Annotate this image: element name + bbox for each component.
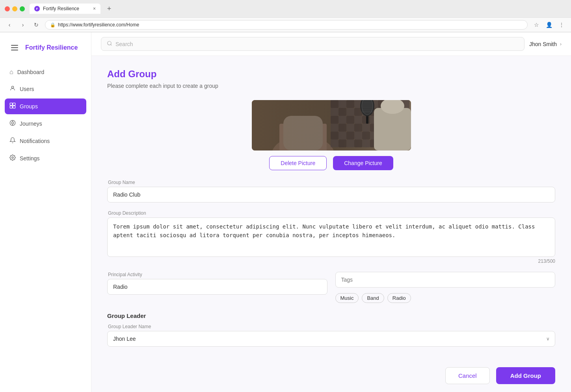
sidebar-item-label-users: Users (20, 86, 34, 92)
forward-button[interactable]: › (18, 20, 28, 30)
sidebar: Fortify Resilience ⌂ Dashboard Users Gro… (0, 32, 91, 392)
maximize-button[interactable] (20, 6, 25, 11)
main-content: Search Jhon Smith › Add Group Please com… (91, 32, 571, 392)
char-count: 213/500 (107, 258, 555, 264)
add-group-button[interactable]: Add Group (496, 367, 555, 384)
group-name-input[interactable] (107, 187, 555, 203)
svg-rect-28 (339, 108, 346, 116)
group-leader-section: Group Leader Group Leader Name Jhon Lee … (107, 312, 555, 347)
tags-input[interactable] (335, 272, 556, 288)
tag-band[interactable]: Band (362, 293, 384, 303)
group-name-field: Group Name (107, 180, 555, 203)
new-tab-button[interactable]: + (104, 3, 115, 14)
refresh-button[interactable]: ↻ (32, 20, 41, 30)
svg-rect-57 (331, 132, 339, 139)
group-description-label: Group Description (107, 210, 555, 216)
svg-rect-40 (354, 116, 362, 124)
search-box[interactable]: Search (101, 37, 525, 51)
select-wrapper: Jhon Lee ∨ (107, 331, 555, 347)
svg-rect-29 (346, 108, 354, 116)
svg-point-0 (11, 86, 13, 88)
user-name: Jhon Smith (529, 41, 557, 47)
delete-picture-button[interactable]: Delete Picture (269, 156, 327, 170)
address-url: https://www.fortifyresilience.com/Home (58, 22, 139, 28)
sidebar-item-settings[interactable]: Settings (5, 150, 86, 166)
svg-point-10 (108, 41, 111, 45)
menu-icon[interactable]: ⋮ (557, 20, 566, 30)
tag-radio[interactable]: Radio (387, 293, 411, 303)
close-button[interactable] (5, 6, 10, 11)
svg-rect-38 (339, 116, 346, 124)
logo-text: Fortify Resilience (25, 44, 78, 51)
groups-icon (9, 102, 16, 110)
sidebar-item-dashboard[interactable]: ⌂ Dashboard (5, 65, 86, 80)
search-placeholder: Search (115, 41, 133, 47)
user-badge[interactable]: Jhon Smith › (529, 41, 562, 47)
settings-icon (9, 154, 16, 162)
tab-favicon: F (34, 6, 40, 11)
page-content: Add Group Please complete each input to … (91, 56, 571, 392)
image-section: Delete Picture Change Picture (107, 100, 555, 170)
tab-close-icon[interactable]: × (93, 6, 96, 11)
svg-rect-68 (339, 139, 346, 147)
svg-rect-71 (362, 139, 370, 147)
svg-point-79 (362, 100, 373, 115)
top-bar: Search Jhon Smith › (91, 32, 571, 56)
group-name-label: Group Name (107, 180, 555, 185)
bottom-actions: Cancel Add Group (107, 367, 555, 392)
svg-rect-47 (331, 124, 339, 132)
form-section: Group Name Group Description 213/500 Pri… (107, 180, 555, 392)
tab-title: Fortify Resilience (43, 6, 79, 11)
page-title: Add Group (107, 69, 555, 80)
change-picture-button[interactable]: Change Picture (333, 156, 393, 170)
svg-point-6 (11, 122, 13, 124)
sidebar-item-journeys[interactable]: Journeys (5, 116, 86, 132)
group-image (252, 100, 411, 150)
principal-activity-input[interactable] (107, 279, 327, 295)
sidebar-item-label-settings: Settings (20, 155, 40, 162)
group-leader-select[interactable]: Jhon Lee (107, 331, 555, 347)
browser-chrome: F Fortify Resilience × + ‹ › ↻ 🔒 https:/… (0, 0, 571, 32)
svg-rect-70 (354, 139, 362, 147)
dashboard-icon: ⌂ (9, 69, 13, 76)
group-description-field: Group Description 213/500 (107, 210, 555, 264)
svg-rect-3 (10, 106, 12, 108)
group-description-textarea[interactable] (107, 217, 555, 257)
svg-rect-50 (354, 124, 362, 132)
svg-rect-37 (331, 116, 339, 124)
cancel-button[interactable]: Cancel (445, 367, 490, 384)
image-buttons: Delete Picture Change Picture (269, 156, 393, 170)
browser-titlebar: F Fortify Resilience × + (0, 0, 571, 17)
sidebar-item-label-groups: Groups (20, 103, 38, 110)
profile-icon[interactable]: 👤 (544, 20, 554, 30)
sidebar-navigation: ⌂ Dashboard Users Groups Journeys (0, 61, 91, 169)
svg-rect-60 (354, 132, 362, 139)
svg-rect-61 (362, 132, 370, 139)
activity-tags-row: Principal Activity Music Band Radio (107, 272, 555, 303)
tag-music[interactable]: Music (335, 293, 359, 303)
sidebar-item-notifications[interactable]: Notifications (5, 133, 86, 149)
tags-container: Music Band Radio (335, 293, 556, 303)
svg-rect-58 (339, 132, 346, 139)
minimize-button[interactable] (12, 6, 17, 11)
svg-rect-86 (374, 108, 411, 150)
sidebar-item-groups[interactable]: Groups (5, 98, 86, 114)
svg-line-11 (111, 45, 112, 46)
group-leader-name-label: Group Leader Name (107, 324, 555, 329)
sidebar-item-users[interactable]: Users (5, 81, 86, 97)
address-bar[interactable]: 🔒 https://www.fortifyresilience.com/Home (45, 20, 528, 30)
principal-activity-label: Principal Activity (107, 272, 327, 277)
svg-rect-48 (339, 124, 346, 132)
sidebar-item-label-journeys: Journeys (20, 121, 42, 127)
traffic-lights (5, 6, 25, 11)
bookmark-icon[interactable]: ☆ (532, 20, 541, 30)
svg-rect-49 (346, 124, 354, 132)
back-button[interactable]: ‹ (5, 20, 14, 30)
svg-rect-27 (331, 108, 339, 116)
hamburger-menu-button[interactable] (8, 42, 21, 54)
svg-rect-19 (346, 100, 354, 108)
browser-actions: ☆ 👤 ⋮ (532, 20, 566, 30)
browser-tab[interactable]: F Fortify Resilience × (30, 4, 100, 14)
browser-addressbar: ‹ › ↻ 🔒 https://www.fortifyresilience.co… (0, 17, 571, 32)
svg-rect-67 (331, 139, 339, 147)
